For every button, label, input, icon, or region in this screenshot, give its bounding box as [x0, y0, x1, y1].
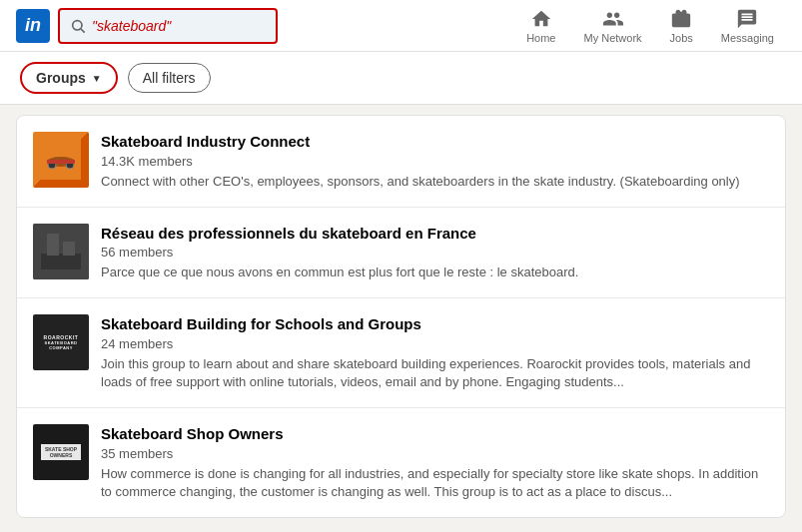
messaging-icon — [736, 8, 758, 30]
list-item[interactable]: Skateboard Industry Connect 14.3K member… — [17, 116, 785, 208]
filter-bar: Groups ▼ All filters — [0, 52, 802, 105]
result-content: Skateboard Shop Owners 35 members How co… — [101, 424, 769, 501]
result-name: Réseau des professionnels du skateboard … — [101, 224, 769, 244]
svg-rect-7 — [33, 224, 89, 279]
result-description: Connect with other CEO's, employees, spo… — [101, 173, 769, 191]
result-description: Join this group to learn about and share… — [101, 355, 769, 391]
result-thumbnail: SKATE SHOP OWNERS — [33, 424, 89, 480]
chevron-down-icon: ▼ — [92, 73, 102, 84]
result-content: Réseau des professionnels du skateboard … — [101, 224, 769, 282]
svg-line-1 — [81, 29, 85, 33]
groups-button[interactable]: Groups ▼ — [20, 62, 118, 94]
nav-messaging[interactable]: Messaging — [709, 4, 786, 48]
search-box[interactable]: "skateboard" — [58, 8, 278, 44]
result-thumbnail — [33, 224, 89, 279]
result-description: How commerce is done is changing for all… — [101, 465, 769, 501]
result-thumbnail: ROAROCKIT SKATEBOARD COMPANY — [33, 314, 89, 370]
svg-rect-10 — [63, 242, 75, 256]
search-icon — [70, 18, 86, 34]
list-item[interactable]: Réseau des professionnels du skateboard … — [17, 208, 785, 299]
search-results: Skateboard Industry Connect 14.3K member… — [16, 115, 786, 518]
result-members: 56 members — [101, 245, 769, 260]
result-members: 35 members — [101, 446, 769, 461]
result-description: Parce que ce que nous avons en commun es… — [101, 264, 769, 281]
jobs-icon — [670, 8, 692, 30]
result-name: Skateboard Building for Schools and Grou… — [101, 314, 769, 334]
thumbnail-image — [33, 224, 89, 279]
result-name: Skateboard Shop Owners — [101, 424, 769, 444]
result-thumbnail — [33, 132, 89, 188]
home-icon — [530, 8, 552, 30]
network-icon — [602, 8, 624, 30]
nav-my-network[interactable]: My Network — [571, 4, 653, 48]
groups-label: Groups — [36, 70, 86, 86]
header: in "skateboard" Home My Network Jobs — [0, 0, 802, 52]
nav-jobs[interactable]: Jobs — [658, 4, 705, 48]
linkedin-logo[interactable]: in — [16, 9, 50, 43]
svg-rect-8 — [41, 254, 81, 269]
thumbnail-image — [41, 140, 81, 180]
main-nav: Home My Network Jobs Messaging — [514, 4, 786, 48]
list-item[interactable]: SKATE SHOP OWNERS Skateboard Shop Owners… — [17, 408, 785, 517]
result-members: 14.3K members — [101, 154, 769, 169]
result-members: 24 members — [101, 336, 769, 351]
svg-rect-9 — [47, 234, 59, 256]
list-item[interactable]: ROAROCKIT SKATEBOARD COMPANY Skateboard … — [17, 298, 785, 408]
result-content: Skateboard Building for Schools and Grou… — [101, 314, 769, 391]
all-filters-button[interactable]: All filters — [128, 63, 211, 93]
nav-home[interactable]: Home — [514, 4, 567, 48]
result-name: Skateboard Industry Connect — [101, 132, 769, 152]
svg-rect-6 — [47, 160, 75, 164]
result-content: Skateboard Industry Connect 14.3K member… — [101, 132, 769, 191]
svg-point-0 — [73, 20, 82, 29]
search-input[interactable]: "skateboard" — [92, 18, 266, 34]
